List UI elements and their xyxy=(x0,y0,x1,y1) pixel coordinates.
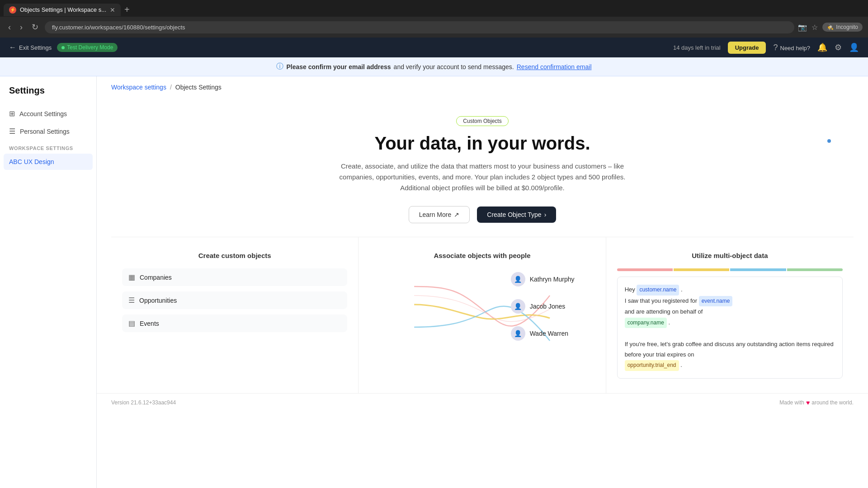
incognito-badge: 🕵 Incognito xyxy=(822,23,863,32)
person-name-2: Jacob Jones xyxy=(530,303,566,310)
hero-section: Custom Objects Your data, in your words.… xyxy=(97,98,868,237)
msg-period1: . xyxy=(681,286,683,293)
list-item: 👤 Wade Warren xyxy=(505,323,595,344)
feature-col-create: Create custom objects ▦ Companies ☰ Oppo… xyxy=(111,237,359,393)
trial-end-tag: opportunity.trial_end xyxy=(625,360,679,371)
heart-icon: ♥ xyxy=(806,399,810,406)
sidebar-title: Settings xyxy=(0,85,96,105)
people-list: 👤 Kathryn Murphy 👤 Jacob Jones 👤 Wade Wa… xyxy=(505,268,595,344)
browser-toolbar: ‹ › ↻ fly.customer.io/workspaces/160880/… xyxy=(0,17,868,38)
msg-line2: I saw that you registered for xyxy=(625,297,699,304)
feature-title-associate: Associate objects with people xyxy=(369,252,594,259)
hero-description: Create, associate, and utilize the data … xyxy=(324,161,641,193)
events-label: Events xyxy=(140,320,159,327)
incognito-label: Incognito xyxy=(836,24,858,30)
breadcrumb-separator: / xyxy=(170,84,172,91)
msg-period2: . xyxy=(668,319,670,326)
sidebar-item-label-personal: Personal Settings xyxy=(20,128,70,135)
breadcrumb-current: Objects Settings xyxy=(175,84,222,91)
list-item: ▤ Events xyxy=(122,314,347,332)
sidebar-item-workspace[interactable]: ABC UX Design xyxy=(4,154,93,170)
made-with-text: Made with xyxy=(779,399,804,406)
opportunities-label: Opportunities xyxy=(139,297,177,304)
events-icon: ▤ xyxy=(128,319,135,328)
settings-button[interactable]: ⚙ xyxy=(835,42,842,52)
footer-right: Made with ♥ around the world. xyxy=(779,399,854,406)
incognito-icon: 🕵 xyxy=(827,24,834,30)
tab-title: Objects Settings | Workspace s... xyxy=(20,6,106,13)
company-name-tag: company.name xyxy=(625,318,667,328)
list-item: 👤 Kathryn Murphy xyxy=(505,268,595,290)
active-tab[interactable]: ⚡ Objects Settings | Workspace s... ✕ xyxy=(4,4,121,16)
create-object-type-button[interactable]: Create Object Type › xyxy=(477,206,556,223)
msg-line4: If you're free, let's grab coffee and di… xyxy=(625,341,834,358)
feature-col-utilize: Utilize multi-object data Hey customer.n… xyxy=(606,237,854,393)
sidebar-item-label-account: Account Settings xyxy=(19,110,67,117)
hero-title: Your data, in your words. xyxy=(111,133,854,154)
event-name-tag: event.name xyxy=(699,296,733,307)
main-content: Workspace settings / Objects Settings Cu… xyxy=(97,76,868,488)
custom-objects-badge: Custom Objects xyxy=(456,116,508,126)
tab-close-button[interactable]: ✕ xyxy=(110,6,115,14)
companies-icon: ▦ xyxy=(128,273,135,282)
feature-title-create: Create custom objects xyxy=(122,252,347,259)
toolbar-right: 📷 ☆ 🕵 Incognito xyxy=(798,23,863,32)
delivery-mode-badge: Test Delivery Mode xyxy=(57,43,118,52)
tab-bar: ⚡ Objects Settings | Workspace s... ✕ + xyxy=(0,0,868,17)
cursor xyxy=(826,138,832,144)
exit-settings-button[interactable]: ← Exit Settings xyxy=(9,43,52,52)
url-text: fly.customer.io/workspaces/160880/settin… xyxy=(52,24,185,31)
workspace-item-label: ABC UX Design xyxy=(9,158,54,165)
breadcrumb-parent-link[interactable]: Workspace settings xyxy=(111,84,166,91)
sidebar-item-personal[interactable]: ☰ Personal Settings xyxy=(0,122,96,140)
breadcrumb: Workspace settings / Objects Settings xyxy=(97,76,868,98)
list-item: ☰ Opportunities xyxy=(122,291,347,309)
browser-chrome: ⚡ Objects Settings | Workspace s... ✕ + … xyxy=(0,0,868,38)
notifications-button[interactable]: 🔔 xyxy=(817,42,827,52)
tab-favicon: ⚡ xyxy=(9,6,16,14)
camera-icon[interactable]: 📷 xyxy=(798,23,807,32)
question-icon: ? xyxy=(773,43,778,52)
avatar: 👤 xyxy=(511,299,525,314)
reload-button[interactable]: ↻ xyxy=(29,20,41,34)
feature-col-associate: Associate objects with people 👤 Kathryn … xyxy=(359,237,606,393)
companies-label: Companies xyxy=(140,274,172,281)
message-preview: Hey customer.name . I saw that you regis… xyxy=(617,277,843,379)
address-bar[interactable]: fly.customer.io/workspaces/160880/settin… xyxy=(45,21,794,33)
profile-button[interactable]: 👤 xyxy=(849,42,859,52)
new-tab-button[interactable]: + xyxy=(121,3,133,17)
sidebar-item-account[interactable]: ⊞ Account Settings xyxy=(0,105,96,122)
create-object-label: Create Object Type xyxy=(487,211,541,218)
account-icon: ⊞ xyxy=(9,109,15,118)
app-header: ← Exit Settings Test Delivery Mode 14 da… xyxy=(0,38,868,57)
avatar: 👤 xyxy=(511,326,525,341)
msg-greeting: Hey xyxy=(625,286,637,293)
hero-actions: Learn More ↗ Create Object Type › xyxy=(111,206,854,223)
features-section: Create custom objects ▦ Companies ☰ Oppo… xyxy=(111,237,854,393)
back-button[interactable]: ‹ xyxy=(5,21,14,34)
msg-period3: . xyxy=(680,361,682,368)
trial-text: 14 days left in trial xyxy=(673,44,721,51)
opportunities-icon: ☰ xyxy=(128,296,135,305)
need-help-button[interactable]: ? Need help? xyxy=(773,43,810,52)
external-link-icon: ↗ xyxy=(454,211,459,218)
bookmark-icon[interactable]: ☆ xyxy=(811,23,818,32)
workspace-section-label: WORKSPACE SETTINGS xyxy=(0,140,96,154)
info-icon: ⓘ xyxy=(276,62,283,71)
learn-more-button[interactable]: Learn More ↗ xyxy=(409,206,470,223)
list-item: 👤 Jacob Jones xyxy=(505,296,595,317)
status-dot xyxy=(61,46,65,49)
page-footer: Version 21.6.12+33aac944 Made with ♥ aro… xyxy=(97,393,868,412)
main-layout: Settings ⊞ Account Settings ☰ Personal S… xyxy=(0,76,868,488)
exit-icon: ← xyxy=(9,43,16,52)
person-name-1: Kathryn Murphy xyxy=(530,276,575,283)
upgrade-button[interactable]: Upgrade xyxy=(728,42,766,54)
person-name-3: Wade Warren xyxy=(530,330,568,337)
resend-confirmation-link[interactable]: Resend confirmation email xyxy=(517,63,592,70)
version-text: Version 21.6.12+33aac944 xyxy=(111,399,176,406)
need-help-label: Need help? xyxy=(780,45,811,52)
avatar: 👤 xyxy=(511,272,525,286)
notification-text: and verify your account to send messages… xyxy=(394,63,514,70)
header-right: 14 days left in trial Upgrade ? Need hel… xyxy=(673,42,859,54)
forward-button[interactable]: › xyxy=(17,21,25,34)
